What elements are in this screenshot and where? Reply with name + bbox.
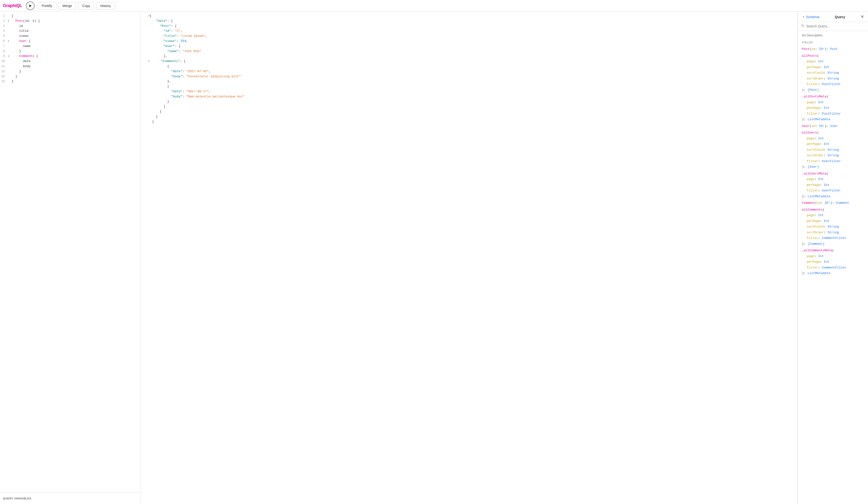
editor-line-13: 13 } <box>0 74 140 79</box>
schema-no-description: No Description <box>802 33 864 37</box>
result-line-19: ] <box>141 104 797 109</box>
run-button[interactable] <box>26 1 35 10</box>
schema-field-user[interactable]: User(id: ID!): User <box>802 124 864 129</box>
schema-search-input[interactable] <box>806 24 865 28</box>
main-area: 1 { 2 ▼ Post(id: 1) { 3 id 4 title <box>0 12 868 504</box>
result-line-2: "data": { <box>141 19 797 24</box>
result-line-21: } <box>141 114 797 120</box>
schema-header: ‹ Schema Query ✕ <box>798 12 868 22</box>
result-line-8: "name": "John Doe" <box>141 49 797 54</box>
search-icon <box>801 24 804 28</box>
schema-sidebar: ‹ Schema Query ✕ No Description FIELDS P… <box>798 12 868 504</box>
result-line-4: "id": "1", <box>141 29 797 34</box>
query-variables-panel[interactable]: QUERY VARIABLES <box>0 492 140 504</box>
schema-query-label: Query <box>835 15 845 19</box>
copy-button[interactable]: Copy <box>78 2 94 9</box>
history-button[interactable]: History <box>96 2 115 9</box>
schema-field-allusers[interactable]: allUsers( page: Int perPage: Int sortFie… <box>802 130 864 169</box>
result-line-15: { <box>141 84 797 89</box>
result-line-12: "date": "2017-07-03", <box>141 69 797 74</box>
merge-button[interactable]: Merge <box>58 2 76 9</box>
app-title: GraphiQL <box>3 3 22 8</box>
result-line-6: "views": 254, <box>141 39 797 44</box>
editor-line-2: 2 ▼ Post(id: 1) { <box>0 19 140 24</box>
editor-pane: 1 { 2 ▼ Post(id: 1) { 3 id 4 title <box>0 12 141 504</box>
editor-line-3: 3 id <box>0 24 140 29</box>
result-line-22: } <box>141 120 797 124</box>
toolbar: GraphiQL Prettify Merge Copy History <box>0 0 868 12</box>
editor-line-8: 8 } <box>0 49 140 54</box>
query-editor[interactable]: 1 { 2 ▼ Post(id: 1) { 3 id 4 title <box>0 12 140 492</box>
editor-line-6: 6 ▼ User { <box>0 39 140 44</box>
result-line-20: } <box>141 109 797 114</box>
editor-line-7: 7 name <box>0 44 140 49</box>
editor-line-11: 11 body <box>0 64 140 69</box>
schema-field-allposts[interactable]: allPosts( page: Int perPage: Int sortFie… <box>802 53 864 93</box>
schema-content: No Description FIELDS Post(id: ID!): Pos… <box>798 31 868 504</box>
result-line-14: }, <box>141 79 797 84</box>
result-line-18: } <box>141 99 797 104</box>
svg-marker-0 <box>29 4 32 7</box>
schema-field-allcommentsmeta[interactable]: _allCommentsMeta( page: Int perPage: Int… <box>802 248 864 276</box>
editor-line-12: 12 } <box>0 69 140 74</box>
result-line-13: "body": "Consectetur adipiscing elit" <box>141 74 797 79</box>
schema-search <box>798 22 868 31</box>
result-line-16: "date": "2017-08-17", <box>141 89 797 94</box>
schema-link[interactable]: Schema <box>806 15 819 19</box>
schema-nav: ‹ Schema <box>802 14 819 19</box>
results-pane: ▼ { "data": { "Post": { "id": "1", "titl… <box>141 12 798 504</box>
schema-field-allpostsmeta[interactable]: _allPostsMeta( page: Int perPage: Int fi… <box>802 94 864 122</box>
query-variables-label: QUERY VARIABLES <box>3 497 31 500</box>
editor-line-10: 10 date <box>0 59 140 64</box>
result-line-11: { <box>141 64 797 69</box>
result-line-5: "title": "Lorem Ipsum", <box>141 34 797 39</box>
result-line-7: "User": { <box>141 44 797 49</box>
schema-field-comment[interactable]: Comment(id: ID!): Comment <box>802 201 864 205</box>
editor-line-4: 4 title <box>0 29 140 34</box>
editor-line-9: 9 ▼ Comments { <box>0 54 140 59</box>
editor-line-5: 5 views <box>0 34 140 39</box>
schema-field-allcomments[interactable]: allComments( page: Int perPage: Int sort… <box>802 208 864 246</box>
schema-close-button[interactable]: ✕ <box>860 14 864 19</box>
result-line-10: ▼ "Comments": [ <box>141 59 797 64</box>
schema-fields-label: FIELDS <box>802 41 864 44</box>
editor-line-14: 14 } <box>0 79 140 84</box>
result-line-1: ▼ { <box>141 13 797 19</box>
prettify-button[interactable]: Prettify <box>38 2 56 9</box>
result-line-9: }, <box>141 54 797 59</box>
schema-field-allusersmeta[interactable]: _allUsersMeta( page: Int perPage: Int fi… <box>802 171 864 199</box>
schema-field-post[interactable]: Post(id: ID!): Post <box>802 47 864 52</box>
result-line-17: "body": "Nam molestie pellentesque dui" <box>141 94 797 99</box>
svg-line-2 <box>803 26 804 27</box>
editor-line-1: 1 { <box>0 13 140 19</box>
schema-back-button[interactable]: ‹ <box>802 14 805 19</box>
svg-point-1 <box>802 24 803 27</box>
result-line-3: "Post": { <box>141 24 797 29</box>
